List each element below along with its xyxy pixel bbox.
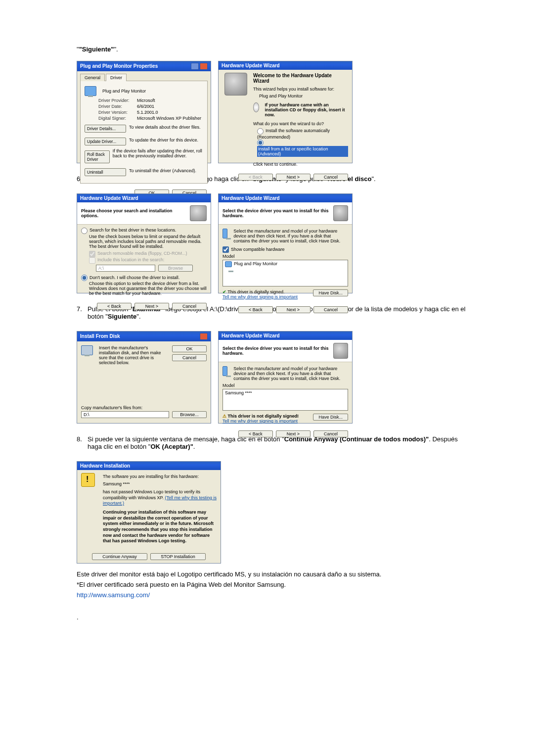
header-text: Please choose your search and installati… — [81, 208, 190, 218]
driver-details-button[interactable]: Driver Details... — [85, 125, 126, 133]
next-button[interactable]: Next > — [276, 430, 311, 437]
titlebar: Hardware Update Wizard — [219, 194, 352, 202]
next-button[interactable]: Next > — [134, 303, 169, 310]
samsung-link[interactable]: http://www.samsung.com/ — [77, 591, 150, 599]
intro-siguiente: "Siguiente" — [79, 46, 114, 53]
radio-list-input[interactable] — [257, 140, 264, 146]
button-row: < Back Next > Cancel — [219, 427, 352, 440]
model-list[interactable]: Plug and Play Monitor — [222, 260, 348, 286]
cancel-button[interactable]: Cancel — [313, 174, 348, 181]
titlebar: Plug and Play Monitor Properties — [77, 61, 211, 71]
chk-compat-input[interactable] — [222, 246, 229, 253]
model-list[interactable]: Samsung **** — [222, 389, 348, 411]
ok-button[interactable]: OK — [172, 345, 207, 352]
radio-search[interactable]: Search for the best driver in these loca… — [81, 228, 177, 233]
have-disk-button[interactable]: Have Disk... — [313, 414, 348, 421]
back-button[interactable]: < Back — [238, 430, 273, 437]
close-icon[interactable] — [200, 63, 208, 70]
radio-dont-search[interactable]: Don't search. I will choose the driver t… — [81, 275, 207, 281]
continue-anyway-button[interactable]: Continue Anyway — [92, 553, 147, 560]
title-text: Hardware Update Wizard — [222, 195, 280, 201]
have-disk-button[interactable]: Have Disk... — [313, 289, 348, 296]
closing-p2: *El driver certificado será puesto en la… — [77, 581, 470, 589]
tab-general[interactable]: General — [80, 74, 105, 81]
update-driver-desc: To update the driver for this device. — [129, 136, 198, 147]
uninstall-button[interactable]: Uninstall — [85, 168, 126, 176]
radio-search-input[interactable] — [81, 228, 88, 234]
update-driver-button[interactable]: Update Driver... — [85, 138, 126, 145]
button-row: < Back Next > Cancel — [77, 300, 211, 313]
provider-label: Driver Provider: — [98, 98, 134, 103]
monitor-icon — [222, 229, 227, 238]
device-name: Plug and Play Monitor — [102, 89, 146, 94]
radio-list[interactable]: Install from a list or specific location… — [257, 140, 348, 156]
chk-removable-input[interactable] — [89, 251, 95, 257]
win-properties: Plug and Play Monitor Properties General… — [77, 61, 211, 163]
click-next: Click Next to continue. — [253, 162, 348, 167]
title-text: Hardware Update Wizard — [222, 63, 280, 68]
why-signing-link[interactable]: Tell me why driver signing is important — [222, 294, 298, 299]
wizard-icon — [333, 205, 348, 221]
cancel-button[interactable]: Cancel — [313, 306, 348, 313]
tab-driver[interactable]: Driver — [106, 74, 127, 81]
closing-p1: Este driver del monitor está bajo el Log… — [77, 570, 470, 579]
cancel-button[interactable]: Cancel — [172, 303, 207, 310]
path-input[interactable] — [96, 265, 155, 272]
model-item: Plug and Play Monitor — [234, 261, 277, 266]
trailing-dot: . — [77, 614, 470, 621]
back-button[interactable]: < Back — [238, 306, 273, 313]
floppy-icon — [81, 345, 93, 355]
header-text: Select the device driver you want to ins… — [222, 346, 333, 356]
model-label: Model — [222, 254, 348, 259]
signer-label: Digital Signer: — [98, 116, 134, 121]
next-button[interactable]: Next > — [276, 306, 311, 313]
chk-removable[interactable]: Search removable media (floppy, CD-ROM..… — [89, 251, 187, 256]
cancel-button[interactable]: Cancel — [172, 354, 207, 361]
next-button[interactable]: Next > — [276, 174, 311, 181]
browse-button[interactable]: Browse... — [172, 411, 207, 418]
monitor-icon — [85, 86, 96, 96]
win-install-from-disk: Install From Disk Insert the manufacture… — [77, 331, 211, 424]
close-icon[interactable] — [200, 333, 208, 340]
cancel-button[interactable]: Cancel — [313, 430, 348, 437]
radio-auto-input[interactable] — [257, 128, 264, 135]
button-row: < Back Next > Cancel — [219, 171, 352, 184]
help-icon[interactable] — [191, 63, 199, 70]
select-tip: Select the manufacturer and model of you… — [233, 229, 348, 243]
wizard-header: Please choose your search and installati… — [77, 202, 211, 225]
welcome-heading: Welcome to the Hardware Update Wizard — [253, 73, 348, 84]
path-input[interactable] — [81, 411, 169, 418]
stop-installation-button[interactable]: STOP Installation — [150, 553, 206, 560]
button-row: < Back Next > Cancel — [219, 303, 352, 316]
win-wizard-search: Hardware Update Wizard Please choose you… — [77, 193, 211, 293]
win-wizard-select2: Hardware Update Wizard Select the device… — [218, 331, 353, 424]
wizard-icon — [190, 205, 207, 221]
signer-value: Microsoft Windows XP Publisher — [137, 116, 201, 121]
driver-details-desc: To view details about the driver files. — [129, 123, 201, 135]
wizard-icon — [333, 343, 348, 359]
monitor-icon — [222, 366, 227, 376]
sign-ok-text: This driver is digitally signed. — [227, 289, 284, 294]
radio-auto[interactable]: Install the software automatically (Reco… — [257, 128, 330, 139]
why-signing-link[interactable]: Tell me why driver signing is important — [222, 419, 298, 424]
sign-bad-text: This driver is not digitally signed! — [228, 414, 299, 419]
wizard-icon — [224, 73, 247, 95]
titlebar-buttons — [191, 63, 208, 70]
back-button[interactable]: < Back — [97, 303, 132, 310]
image-row-2: Hardware Update Wizard Please choose you… — [77, 193, 470, 293]
title-text: Hardware Update Wizard — [80, 195, 138, 201]
win-hardware-installation: Hardware Installation The software you a… — [77, 461, 221, 564]
warning-icon — [81, 473, 95, 487]
hi-line1: The software you are installing for this… — [103, 474, 217, 480]
device-name-2: Plug and Play Monitor — [259, 94, 348, 98]
digital-sign-row: ⚠ This driver is not digitally signed! T… — [222, 414, 348, 424]
chk-location[interactable]: Include this location in the search: — [89, 257, 165, 262]
version-value: 5.1.2001.0 — [137, 110, 158, 115]
browse-button[interactable]: Browse — [158, 265, 193, 272]
radio-dont-search-input[interactable] — [81, 275, 88, 281]
back-button[interactable]: < Back — [238, 174, 273, 181]
chk-location-input[interactable] — [89, 257, 95, 264]
chk-compat[interactable]: Show compatible hardware — [222, 246, 348, 253]
roll-back-button[interactable]: Roll Back Driver — [85, 150, 110, 163]
model-item: Samsung **** — [225, 390, 252, 395]
